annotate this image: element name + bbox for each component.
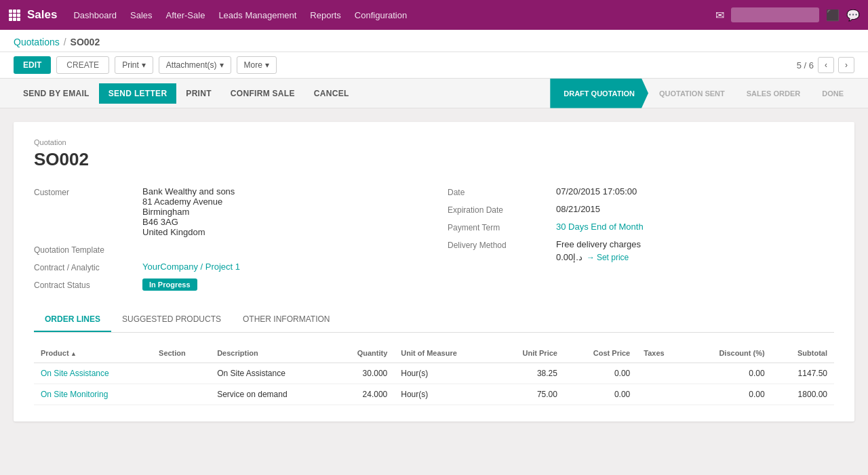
tab-suggested-products[interactable]: SUGGESTED PRODUCTS xyxy=(111,308,232,332)
nav-dashboard[interactable]: Dashboard xyxy=(73,10,117,20)
expiration-date-value: 08/21/2015 xyxy=(556,204,834,214)
form-card: Quotation SO002 Customer Bank Wealthy an… xyxy=(14,122,854,421)
print-button[interactable]: PRINT xyxy=(176,83,221,104)
breadcrumb: Quotations / SO002 xyxy=(14,37,100,47)
contract-analytic-value[interactable]: YourCompany / Project 1 xyxy=(142,262,420,272)
row2-subtotal: 1800.00 xyxy=(772,384,834,405)
set-price-label: Set price xyxy=(597,253,629,262)
print-chevron-icon: ▾ xyxy=(142,60,146,70)
address-line2: Birmingham xyxy=(142,207,420,217)
workflow-stages: DRAFT QUOTATION QUOTATION SENT SALES ORD… xyxy=(550,79,854,108)
user-signin-icon[interactable]: ⬛ xyxy=(826,9,840,22)
form-section-label: Quotation xyxy=(34,138,834,146)
address-line4[interactable]: United Kingdom xyxy=(142,227,420,237)
payment-term-label: Payment Term xyxy=(448,222,556,232)
form-right-column: Date 07/20/2015 17:05:00 Expiration Date… xyxy=(448,186,834,297)
stage-draft-quotation-label: DRAFT QUOTATION xyxy=(564,89,635,98)
delivery-method-value[interactable]: Free delivery charges xyxy=(556,239,834,249)
attachments-dropdown-button[interactable]: Attachment(s) ▾ xyxy=(159,56,231,74)
cancel-button[interactable]: CANCEL xyxy=(304,83,359,104)
table-header: Product Section Description Quantity Uni… xyxy=(34,344,834,363)
document-id: SO002 xyxy=(34,149,834,170)
tab-order-lines[interactable]: ORDER LINES xyxy=(34,308,111,332)
row2-product[interactable]: On Site Monitoring xyxy=(34,384,152,405)
send-by-email-button[interactable]: SEND BY EMAIL xyxy=(14,83,99,104)
pagination-prev-button[interactable]: ‹ xyxy=(818,57,834,73)
payment-term-value[interactable]: 30 Days End of Month xyxy=(556,222,834,232)
app-grid-icon[interactable] xyxy=(8,9,20,21)
customer-address: 81 Academy Avenue Birmingham B46 3AG Uni… xyxy=(142,197,420,237)
row1-product[interactable]: On Site Assistance xyxy=(34,363,152,384)
stage-draft-quotation[interactable]: DRAFT QUOTATION xyxy=(550,79,648,108)
row2-cost-price: 0.00 xyxy=(564,384,637,405)
svg-rect-6 xyxy=(9,18,12,21)
breadcrumb-parent[interactable]: Quotations xyxy=(14,37,60,47)
svg-rect-0 xyxy=(9,9,12,13)
col-uom: Unit of Measure xyxy=(394,344,494,363)
stage-sales-order[interactable]: SALES ORDER xyxy=(736,79,811,108)
delivery-method-info: Free delivery charges 0.00د.إ → Set pric… xyxy=(556,239,834,262)
address-line1: 81 Academy Avenue xyxy=(142,197,420,207)
app-title: Sales xyxy=(27,8,57,22)
table-row: On Site Assistance On Site Assistance 30… xyxy=(34,363,834,384)
tab-other-information[interactable]: OTHER INFORMATION xyxy=(232,308,340,332)
col-subtotal: Subtotal xyxy=(772,344,834,363)
delivery-method-label: Delivery Method xyxy=(448,239,556,250)
edit-button[interactable]: EDIT xyxy=(14,56,51,74)
customer-name[interactable]: Bank Wealthy and sons xyxy=(142,186,420,197)
row1-discount: 0.00 xyxy=(686,363,772,384)
row1-section xyxy=(152,363,210,384)
nav-sales[interactable]: Sales xyxy=(130,10,153,20)
svg-rect-2 xyxy=(17,9,20,13)
more-dropdown-button[interactable]: More ▾ xyxy=(237,56,277,74)
row2-discount: 0.00 xyxy=(686,384,772,405)
delivery-price-row: 0.00د.إ → Set price xyxy=(556,252,834,262)
nav-reports[interactable]: Reports xyxy=(310,10,341,20)
col-quantity: Quantity xyxy=(331,344,394,363)
expiration-date-field-row: Expiration Date 08/21/2015 xyxy=(448,204,834,215)
pagination-text: 5 / 6 xyxy=(797,60,814,70)
contract-status-label: Contract Status xyxy=(34,279,142,290)
quotation-template-field-row: Quotation Template xyxy=(34,244,420,255)
col-product[interactable]: Product xyxy=(34,344,152,363)
date-field-row: Date 07/20/2015 17:05:00 xyxy=(448,186,834,197)
address-line3: B46 3AG xyxy=(142,217,420,227)
tabs: ORDER LINES SUGGESTED PRODUCTS OTHER INF… xyxy=(34,308,834,333)
nav-leads-management[interactable]: Leads Management xyxy=(218,10,296,20)
attachments-label: Attachment(s) xyxy=(166,60,217,70)
main-content: Quotation SO002 Customer Bank Wealthy an… xyxy=(0,108,868,435)
payment-term-field-row: Payment Term 30 Days End of Month xyxy=(448,222,834,232)
global-search-input[interactable] xyxy=(731,7,819,22)
delivery-method-field-row: Delivery Method Free delivery charges 0.… xyxy=(448,239,834,262)
svg-rect-7 xyxy=(13,18,16,21)
pagination-next-button[interactable]: › xyxy=(838,57,854,73)
workflow-actions: SEND BY EMAIL SEND LETTER PRINT CONFIRM … xyxy=(14,83,359,104)
create-button[interactable]: CREATE xyxy=(56,56,109,74)
nav-configuration[interactable]: Configuration xyxy=(355,10,407,20)
more-label: More xyxy=(244,60,262,70)
form-main-row: Customer Bank Wealthy and sons 81 Academ… xyxy=(34,186,834,297)
nav-after-sale[interactable]: After-Sale xyxy=(166,10,205,20)
col-unit-price: Unit Price xyxy=(494,344,564,363)
print-dropdown-button[interactable]: Print ▾ xyxy=(115,56,153,74)
main-nav-links: Dashboard Sales After-Sale Leads Managem… xyxy=(73,10,715,20)
set-price-link[interactable]: → Set price xyxy=(587,253,629,262)
confirm-sale-button[interactable]: CONFIRM SALE xyxy=(221,83,304,104)
stage-quotation-sent[interactable]: QUOTATION SENT xyxy=(648,79,736,108)
customer-label: Customer xyxy=(34,186,142,197)
svg-rect-3 xyxy=(9,14,12,17)
row2-uom: Hour(s) xyxy=(394,384,494,405)
svg-rect-1 xyxy=(13,9,16,13)
chat-icon[interactable]: 💬 xyxy=(846,9,860,22)
send-letter-button[interactable]: SEND LETTER xyxy=(99,83,177,104)
row2-description: Service on demand xyxy=(210,384,331,405)
col-section: Section xyxy=(152,344,210,363)
stage-done[interactable]: DONE xyxy=(811,79,854,108)
contract-analytic-field-row: Contract / Analytic YourCompany / Projec… xyxy=(34,262,420,272)
status-badge: In Progress xyxy=(142,278,197,291)
stage-done-label: DONE xyxy=(822,89,844,98)
action-bar: EDIT CREATE Print ▾ Attachment(s) ▾ More… xyxy=(0,52,868,79)
mail-icon[interactable]: ✉ xyxy=(715,9,724,22)
row1-cost-price: 0.00 xyxy=(564,363,637,384)
row1-uom: Hour(s) xyxy=(394,363,494,384)
